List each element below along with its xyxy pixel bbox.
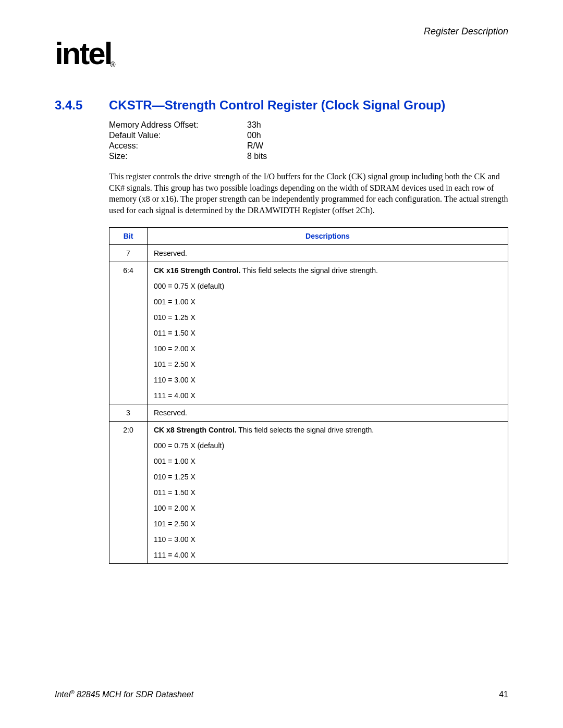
registered-symbol: ® bbox=[110, 60, 114, 69]
page-number: 41 bbox=[499, 690, 508, 699]
option-line: 110 = 3.00 X bbox=[154, 535, 501, 544]
table-header-desc: Descriptions bbox=[148, 228, 508, 245]
option-line: 111 = 4.00 X bbox=[154, 551, 501, 559]
section-title: CKSTR—Strength Control Register (Clock S… bbox=[109, 98, 445, 113]
description-line: CK x8 Strength Control. This field selec… bbox=[154, 426, 501, 434]
option-line: 000 = 0.75 X (default) bbox=[154, 282, 501, 290]
meta-label: Default Value: bbox=[109, 130, 247, 141]
field-desc-text: This field selects the signal drive stre… bbox=[240, 266, 378, 275]
bit-description-table: Bit Descriptions 7Reserved.6:4CK x16 Str… bbox=[109, 227, 508, 564]
field-name: CK x8 Strength Control. bbox=[154, 426, 237, 434]
footer-brand: Intel bbox=[55, 690, 70, 699]
description-cell: Reserved. bbox=[148, 404, 508, 422]
option-line: 110 = 3.00 X bbox=[154, 376, 501, 384]
page: Register Description intel® 3.4.5 CKSTR—… bbox=[0, 0, 563, 728]
description-cell: CK x8 Strength Control. This field selec… bbox=[148, 422, 508, 564]
table-row: 7Reserved. bbox=[109, 245, 508, 262]
meta-row: Memory Address Offset:33h bbox=[109, 120, 267, 130]
description-line: CK x16 Strength Control. This field sele… bbox=[154, 266, 501, 275]
description-line: Reserved. bbox=[154, 249, 501, 257]
footer-doc-title: Intel® 82845 MCH for SDR Datasheet bbox=[55, 689, 193, 699]
meta-row: Access:R/W bbox=[109, 141, 267, 151]
register-description-paragraph: This register controls the drive strengt… bbox=[109, 171, 508, 216]
footer-reg-icon: ® bbox=[70, 689, 74, 695]
option-line: 111 = 4.00 X bbox=[154, 391, 501, 400]
meta-value: 00h bbox=[247, 130, 267, 141]
table-row: 3Reserved. bbox=[109, 404, 508, 422]
section-number: 3.4.5 bbox=[55, 98, 109, 113]
logo-text: intel bbox=[55, 36, 111, 71]
bit-cell: 6:4 bbox=[109, 262, 148, 404]
option-line: 101 = 2.50 X bbox=[154, 520, 501, 528]
content-body: Memory Address Offset:33hDefault Value:0… bbox=[109, 120, 508, 564]
option-line: 101 = 2.50 X bbox=[154, 360, 501, 368]
meta-value: 8 bits bbox=[247, 151, 267, 162]
option-line: 001 = 1.00 X bbox=[154, 298, 501, 306]
table-row: 2:0CK x8 Strength Control. This field se… bbox=[109, 422, 508, 564]
option-line: 100 = 2.00 X bbox=[154, 344, 501, 353]
bit-cell: 7 bbox=[109, 245, 148, 262]
field-name: CK x16 Strength Control. bbox=[154, 266, 240, 275]
option-line: 011 = 1.50 X bbox=[154, 329, 501, 337]
option-line: 100 = 2.00 X bbox=[154, 504, 501, 512]
footer-doc-name: 82845 MCH for SDR Datasheet bbox=[75, 690, 194, 699]
meta-label: Size: bbox=[109, 151, 247, 162]
option-line: 001 = 1.00 X bbox=[154, 457, 501, 465]
description-cell: CK x16 Strength Control. This field sele… bbox=[148, 262, 508, 404]
intel-logo: intel® bbox=[55, 38, 508, 69]
table-header-bit: Bit bbox=[109, 228, 148, 245]
page-footer: Intel® 82845 MCH for SDR Datasheet 41 bbox=[55, 689, 508, 699]
meta-row: Default Value:00h bbox=[109, 130, 267, 141]
bit-cell: 3 bbox=[109, 404, 148, 422]
meta-row: Size:8 bits bbox=[109, 151, 267, 162]
section-heading: 3.4.5 CKSTR—Strength Control Register (C… bbox=[55, 98, 508, 113]
field-desc-text: Reserved. bbox=[154, 409, 187, 417]
bit-cell: 2:0 bbox=[109, 422, 148, 564]
option-line: 000 = 0.75 X (default) bbox=[154, 441, 501, 450]
meta-value: R/W bbox=[247, 141, 267, 151]
description-cell: Reserved. bbox=[148, 245, 508, 262]
meta-value: 33h bbox=[247, 120, 267, 130]
option-line: 011 = 1.50 X bbox=[154, 488, 501, 497]
table-row: 6:4CK x16 Strength Control. This field s… bbox=[109, 262, 508, 404]
register-meta-table: Memory Address Offset:33hDefault Value:0… bbox=[109, 120, 267, 162]
meta-label: Memory Address Offset: bbox=[109, 120, 247, 130]
option-line: 010 = 1.25 X bbox=[154, 473, 501, 481]
field-desc-text: This field selects the signal drive stre… bbox=[237, 426, 374, 434]
meta-label: Access: bbox=[109, 141, 247, 151]
field-desc-text: Reserved. bbox=[154, 249, 187, 257]
description-line: Reserved. bbox=[154, 409, 501, 417]
header-chapter-title: Register Description bbox=[55, 26, 508, 37]
option-line: 010 = 1.25 X bbox=[154, 313, 501, 322]
